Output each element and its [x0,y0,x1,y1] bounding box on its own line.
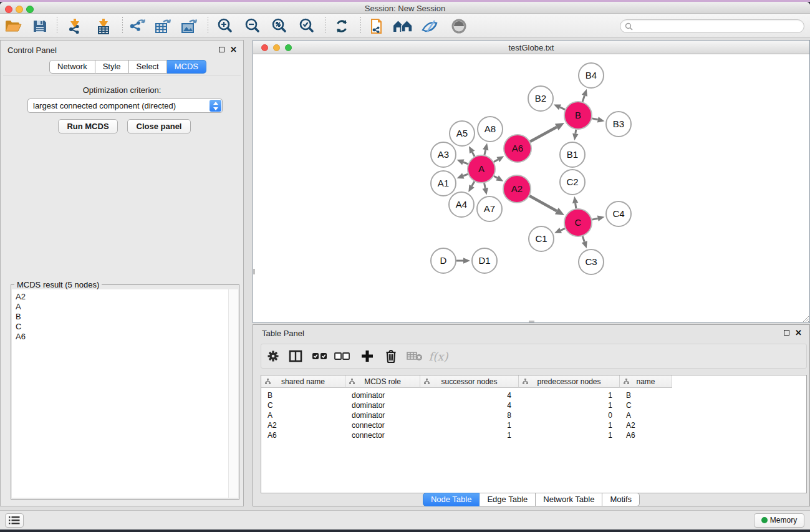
graph-edge-A-A2[interactable] [494,175,503,181]
graph-edge-D-D1[interactable] [456,258,470,264]
graph-node-A2[interactable]: A2 [503,175,531,203]
mcds-result-item[interactable]: B [16,312,26,322]
memory-button[interactable]: Memory [754,513,804,528]
graph-edge-B-B4[interactable] [582,89,587,102]
mcds-result-scrollbar[interactable] [228,289,238,498]
graph-edge-A-A7[interactable] [483,183,488,195]
graph-node-A1[interactable]: A1 [431,171,456,196]
graph-edge-A-A8[interactable] [483,143,488,155]
graph-edge-C-C1[interactable] [554,228,565,233]
mcds-result-item[interactable]: A [16,302,26,312]
graph-edge-A-A4[interactable] [468,181,475,192]
column-header-name[interactable]: name [620,375,672,388]
graph-edge-A-A6[interactable] [494,156,504,162]
import-table-icon[interactable] [91,14,116,38]
column-view-icon[interactable] [284,344,307,368]
graph-node-A5[interactable]: A5 [450,121,475,146]
graph-edge-B-B1[interactable] [572,130,578,140]
run-mcds-button[interactable]: Run MCDS [58,119,118,133]
close-panel-icon[interactable]: ✕ [230,47,237,52]
table-close-icon[interactable]: ✕ [795,330,802,336]
network-window-titlebar[interactable]: testGlobe.txt [253,41,809,54]
svg-text:B1: B1 [567,149,578,160]
mcds-result-item[interactable]: C [16,322,26,332]
mcds-result-item[interactable]: A6 [16,332,26,342]
export-image-icon[interactable] [176,14,201,38]
graph-edge-C-C4[interactable] [592,216,604,221]
graph-node-D[interactable]: D [431,248,456,273]
table-row[interactable]: Bdominator41B [261,390,807,400]
resize-grip-icon[interactable] [802,315,809,322]
export-table-icon[interactable] [150,14,175,38]
graph-node-C4[interactable]: C4 [606,201,631,226]
graph-node-A6[interactable]: A6 [504,135,531,162]
graph-node-B3[interactable]: B3 [606,112,631,137]
import-network-icon[interactable] [62,14,87,38]
graph-node-A[interactable]: A [468,155,495,183]
mcds-result-item[interactable]: A2 [16,292,26,302]
graph-edge-A6-B[interactable] [530,123,564,142]
float-panel-icon[interactable] [219,47,224,52]
tab-mcds[interactable]: MCDS [167,60,206,74]
hide-details-icon[interactable] [418,14,443,38]
zoom-fit-icon[interactable] [267,14,292,38]
new-network-from-selection-icon[interactable] [364,14,389,38]
graph-edge-B-B2[interactable] [554,104,565,110]
export-network-icon[interactable] [125,14,150,38]
tab-network-table[interactable]: Network Table [536,493,602,506]
tab-edge-table[interactable]: Edge Table [480,493,536,506]
graph-node-A7[interactable]: A7 [477,196,502,221]
show-details-icon[interactable] [446,14,471,38]
graph-node-C3[interactable]: C3 [579,249,604,274]
graph-edge-A-A3[interactable] [457,160,468,165]
table-row[interactable]: Adominator80A [261,410,807,420]
table-row[interactable]: A6connector11A6 [261,430,807,440]
unselect-all-columns-icon[interactable] [331,344,354,368]
tab-network[interactable]: Network [49,60,95,74]
table-row[interactable]: Cdominator41C [261,400,807,410]
graph-node-A3[interactable]: A3 [431,142,456,167]
close-panel-button[interactable]: Close panel [127,119,191,133]
tab-style[interactable]: Style [95,60,129,74]
network-canvas[interactable]: AA1A2A3A4A5A6A7A8BB1B2B3B4CC1C2C3C4DD1 [253,54,809,322]
graph-node-B1[interactable]: B1 [560,142,585,167]
table-row[interactable]: A2connector11A2 [261,420,807,430]
graph-node-A8[interactable]: A8 [478,117,503,142]
column-header-successor-nodes[interactable]: successor nodes [420,375,519,388]
graph-node-C1[interactable]: C1 [529,226,554,251]
table-settings-icon[interactable] [262,344,284,368]
tab-node-table[interactable]: Node Table [423,493,480,506]
table-float-icon[interactable] [784,330,789,336]
zoom-out-icon[interactable] [240,14,265,38]
refresh-view-icon[interactable] [329,14,354,38]
graph-edge-B-B3[interactable] [592,117,604,122]
graph-node-B4[interactable]: B4 [579,63,604,88]
tab-select[interactable]: Select [129,60,167,74]
create-column-icon[interactable] [356,344,378,368]
graph-edge-A-A1[interactable] [457,173,468,179]
graph-edge-C-C3[interactable] [582,236,587,248]
save-session-icon[interactable] [27,14,52,38]
graph-node-C2[interactable]: C2 [560,170,585,195]
column-header-predecessor-nodes[interactable]: predecessor nodes [519,375,620,388]
zoom-in-icon[interactable] [213,14,238,38]
graph-node-A4[interactable]: A4 [449,192,474,217]
task-history-button[interactable] [5,513,24,528]
search-field[interactable] [620,19,804,33]
graph-node-B[interactable]: B [564,102,592,129]
first-neighbors-icon[interactable] [391,14,416,38]
graph-edge-A2-C[interactable] [529,196,564,215]
open-file-icon[interactable] [1,14,26,38]
select-all-columns-icon[interactable] [309,344,331,368]
graph-node-C[interactable]: C [564,209,592,236]
graph-node-D1[interactable]: D1 [472,248,497,273]
tab-motifs[interactable]: Motifs [602,493,640,506]
zoom-selected-icon[interactable] [294,14,319,38]
column-header-shared-name[interactable]: shared name [261,375,345,388]
graph-edge-A-A5[interactable] [469,146,475,157]
graph-node-B2[interactable]: B2 [528,86,553,111]
column-header-MCDS-role[interactable]: MCDS role [345,375,420,388]
delete-column-icon[interactable] [380,344,402,368]
optimization-dropdown[interactable]: largest connected component (directed) [27,99,223,113]
graph-edge-C-C2[interactable] [572,196,578,208]
